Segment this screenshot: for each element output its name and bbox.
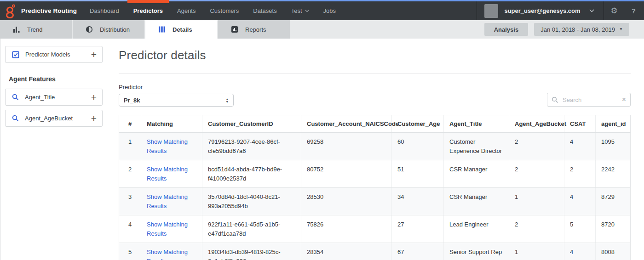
cell-customer-id: 3570d84d-18cf-4040-8c21-993a2055d94b [202, 188, 301, 215]
tab-distribution[interactable]: Distribution [73, 20, 144, 39]
cell-customer-id: 19034fd3-db39-4819-825c-0a1eb2f8a996 [202, 243, 301, 260]
feature-label: Agent_Title [25, 94, 91, 101]
cell-agent-id: 8008 [596, 243, 631, 260]
cell-customer-id: 79196213-9207-4cee-86cf-cfe59bdd67a6 [202, 133, 301, 160]
cell-age-bucket: 1 [509, 243, 564, 260]
feature-card-agent-agebucket[interactable]: Agent_AgeBucket + [5, 110, 103, 127]
cell-index: 3 [119, 188, 141, 215]
half-circle-icon [86, 26, 93, 33]
show-matching-results-link[interactable]: Show Matching Results [147, 221, 188, 237]
chevron-down-icon [305, 10, 309, 12]
table-row: 4 Show Matching Results 922f1a11-e661-45… [119, 215, 631, 243]
search-icon [552, 96, 558, 103]
table-header-row: # Matching Customer_CustomerID Customer_… [119, 115, 631, 133]
cell-matching: Show Matching Results [141, 243, 202, 260]
col-header-agent-title: Agent_Title [444, 115, 509, 133]
cell-agent-title: Lead Engineer [444, 215, 509, 243]
cell-age-bucket: 2 [509, 215, 564, 243]
tab-details[interactable]: Details [145, 20, 217, 39]
topnav-spacer [337, 1, 477, 20]
add-predictor-model-button[interactable]: + [91, 50, 97, 59]
app-window: Predictive Routing Dashboard Predictors … [0, 0, 644, 260]
predictor-select-value: Pr_8k [124, 97, 226, 104]
nav-item-dashboard[interactable]: Dashboard [88, 1, 121, 20]
cell-csat: 5 [564, 215, 596, 243]
cell-customer-age: 60 [392, 133, 444, 160]
date-range-label: Jan 01, 2018 - Jan 08, 2019 [540, 26, 615, 33]
settings-gear-button[interactable]: ⚙ [604, 1, 625, 20]
show-matching-results-link[interactable]: Show Matching Results [147, 193, 188, 209]
caret-down-icon: ▼ [619, 28, 623, 31]
cell-agent-id: 1095 [596, 133, 631, 160]
show-matching-results-link[interactable]: Show Matching Results [147, 249, 188, 260]
content-area: Predictor Models + Agent Features Agent_… [0, 39, 644, 260]
search-box: × [547, 93, 631, 107]
col-header-index: # [119, 115, 141, 133]
add-feature-button[interactable]: + [91, 92, 97, 102]
predictor-models-card[interactable]: Predictor Models + [5, 46, 103, 63]
nav-item-customers[interactable]: Customers [208, 1, 240, 20]
feature-card-agent-title[interactable]: Agent_Title + [5, 89, 103, 106]
cell-agent-id: 8720 [596, 215, 631, 243]
cell-customer-id: bcd51d44-abda-477b-bd9e-f41009e2537d [202, 160, 301, 188]
tab-label: Distribution [100, 26, 130, 33]
feature-label: Agent_AgeBucket [25, 115, 91, 122]
add-feature-button[interactable]: + [91, 113, 97, 123]
avatar [484, 4, 498, 18]
tab-trend[interactable]: Trend [0, 20, 72, 39]
nav-item-datasets[interactable]: Datasets [252, 1, 278, 20]
col-header-csat: CSAT [564, 115, 596, 133]
cell-customer-age: 34 [392, 188, 444, 215]
nav-item-jobs[interactable]: Jobs [322, 1, 337, 20]
clear-search-icon[interactable]: × [622, 96, 626, 103]
cell-age-bucket: 1 [509, 188, 564, 215]
top-navigation-bar: Predictive Routing Dashboard Predictors … [0, 1, 644, 20]
cell-agent-id: 8729 [596, 188, 631, 215]
cell-customer-id: 922f1a11-e661-45d5-a1b5-e47df1caa78d [202, 215, 301, 243]
caret-down-icon: ▼ [226, 101, 229, 103]
help-button[interactable]: ? [625, 1, 644, 20]
user-email: super_user@genesys.com [504, 7, 580, 14]
cell-csat: 4 [564, 133, 596, 160]
cell-customer-age: 27 [392, 215, 444, 243]
table-row: 1 Show Matching Results 79196213-9207-4c… [119, 133, 631, 160]
search-feature-icon [12, 94, 19, 101]
predictor-label: Predictor [119, 84, 234, 90]
nav-item-test-label: Test [291, 7, 302, 14]
user-menu[interactable]: super_user@genesys.com [477, 1, 603, 20]
cell-index: 2 [119, 160, 141, 188]
tab-label: Details [172, 26, 192, 33]
nav-item-agents[interactable]: Agents [176, 1, 197, 20]
col-header-naics: Customer_Account_NAICSCode [301, 115, 392, 133]
cell-index: 4 [119, 215, 141, 243]
bar-chart-icon [13, 26, 20, 33]
table-row: 3 Show Matching Results 3570d84d-18cf-40… [119, 188, 631, 215]
show-matching-results-link[interactable]: Show Matching Results [147, 166, 188, 182]
col-header-agent-id: agent_id [596, 115, 631, 133]
cell-matching: Show Matching Results [141, 133, 202, 160]
cell-index: 1 [119, 133, 141, 160]
search-input[interactable] [562, 96, 622, 104]
cell-csat: 4 [564, 188, 596, 215]
table-row: 2 Show Matching Results bcd51d44-abda-47… [119, 160, 631, 188]
table-row: 5 Show Matching Results 19034fd3-db39-48… [119, 243, 631, 260]
analysis-button[interactable]: Analysis [484, 23, 528, 36]
predictor-select[interactable]: Pr_8k ▲ ▼ [119, 94, 234, 107]
page-title: Predictor details [119, 48, 631, 62]
date-range-button[interactable]: Jan 01, 2018 - Jan 08, 2019 ▼ [534, 23, 629, 36]
tab-reports[interactable]: Reports [218, 20, 290, 39]
agent-features-heading: Agent Features [9, 75, 110, 83]
genesys-logo-icon [0, 1, 21, 20]
cell-index: 5 [119, 243, 141, 260]
show-matching-results-link[interactable]: Show Matching Results [147, 138, 188, 154]
col-header-customer-age: Customer_Age [392, 115, 444, 133]
divider [119, 73, 631, 74]
nav-item-predictors[interactable]: Predictors [132, 1, 164, 20]
cell-naics: 69258 [301, 133, 392, 160]
cell-customer-age: 51 [392, 160, 444, 188]
nav-item-test[interactable]: Test [290, 1, 310, 20]
caret-up-icon: ▲ [226, 98, 229, 100]
cell-csat: 4 [564, 243, 596, 260]
cell-matching: Show Matching Results [141, 160, 202, 188]
col-header-customer-id: Customer_CustomerID [202, 115, 301, 133]
